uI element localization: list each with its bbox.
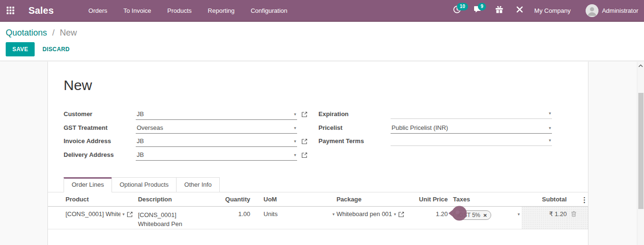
col-actions <box>567 192 581 206</box>
menu-to-invoice[interactable]: To Invoice <box>115 0 159 21</box>
debug-tools-button[interactable] <box>510 0 530 21</box>
user-avatar <box>586 4 598 17</box>
cell-quantity[interactable]: 1.00 <box>218 207 250 229</box>
breadcrumb-separator: / <box>52 28 55 37</box>
scrollbar-thumb[interactable] <box>638 93 644 209</box>
company-switcher[interactable]: My Company <box>530 7 576 14</box>
menu-orders[interactable]: Orders <box>80 0 115 21</box>
product-external-link-icon[interactable] <box>127 211 133 219</box>
menu-products[interactable]: Products <box>159 0 200 21</box>
discard-button[interactable]: DISCARD <box>42 46 69 53</box>
caret-down-icon[interactable]: ▾ <box>294 111 296 118</box>
tax-remove-icon[interactable]: ✕ <box>483 213 487 218</box>
main-menu: Orders To Invoice Products Reporting Con… <box>80 0 295 21</box>
caret-down-icon[interactable]: ▾ <box>122 212 125 217</box>
col-taxes[interactable]: Taxes <box>448 192 522 206</box>
description-value: [CONS_0001] Whiteboard Pen <box>138 210 195 228</box>
tab-order-lines[interactable]: Order Lines <box>64 177 112 192</box>
gst-treatment-label: GST Treatment <box>64 123 136 131</box>
fields-left-column: Customer JB ▾ GST Treatment Overseas ▾ I… <box>64 109 315 163</box>
expiration-input[interactable]: ▾ <box>391 109 552 119</box>
col-unit-price[interactable]: Unit Price <box>413 192 448 206</box>
invoice-address-value: JB <box>137 137 144 145</box>
pricelist-label: Pricelist <box>318 123 391 131</box>
content-area: New Customer JB ▾ GST Treatment Overseas… <box>0 62 637 245</box>
form-action-buttons: SAVE DISCARD <box>6 42 644 56</box>
messages-button[interactable]: 9 <box>467 0 489 21</box>
top-navbar: Sales Orders To Invoice Products Reporti… <box>0 0 644 22</box>
package-external-link-icon[interactable] <box>398 211 404 219</box>
activities-button[interactable]: 10 <box>447 0 467 21</box>
cell-row-end <box>581 207 588 229</box>
subtotal-value: ₹ 1.20 <box>549 210 567 218</box>
chevron-up-icon <box>638 64 643 67</box>
cell-delete <box>567 207 581 229</box>
caret-down-icon[interactable]: ▾ <box>294 125 296 131</box>
messages-badge: 9 <box>478 3 486 10</box>
tab-other-info[interactable]: Other Info <box>176 177 220 192</box>
tax-tag[interactable]: IGST 5% ✕ <box>453 210 492 220</box>
app-title[interactable]: Sales <box>28 5 54 16</box>
cell-description[interactable]: [CONS_0001] Whiteboard Pen <box>138 207 219 229</box>
pricelist-select[interactable]: Public Pricelist (INR) ▾ <box>391 123 552 134</box>
invoice-address-external-link-icon[interactable] <box>301 138 308 146</box>
breadcrumb: Quotations / New <box>0 22 644 38</box>
delivery-address-external-link-icon[interactable] <box>301 152 308 160</box>
user-menu[interactable]: Administrator <box>579 4 638 17</box>
col-quantity[interactable]: Quantity <box>218 192 250 206</box>
col-package[interactable]: Package <box>336 192 413 206</box>
delete-row-trash-icon[interactable] <box>571 211 577 218</box>
delivery-address-input[interactable]: JB ▾ <box>136 150 297 161</box>
payment-terms-label: Payment Terms <box>318 136 391 145</box>
cell-package[interactable]: Whiteboard pen 001 ▾ <box>336 207 413 229</box>
activities-badge: 10 <box>457 3 468 10</box>
tax-tag-label: IGST 5% <box>457 212 480 218</box>
apps-menu-button[interactable] <box>0 0 21 21</box>
menu-configuration[interactable]: Configuration <box>243 0 295 21</box>
col-description[interactable]: Description <box>138 192 219 206</box>
order-lines-table: Product Description Quantity UoM Package… <box>48 192 588 229</box>
col-uom[interactable]: UoM <box>250 192 336 206</box>
record-title: New <box>64 77 92 93</box>
caret-down-icon[interactable]: ▾ <box>394 212 396 217</box>
menu-reporting[interactable]: Reporting <box>200 0 243 21</box>
cell-product[interactable]: [CONS_0001] Whitel ▾ <box>65 207 138 229</box>
field-gst-treatment: GST Treatment Overseas ▾ <box>64 123 315 136</box>
column-options-kebab-icon[interactable]: ⋮ <box>581 196 588 204</box>
navbar-right: 10 9 My Company Administrator <box>447 0 644 21</box>
gift-icon <box>495 5 504 16</box>
caret-down-icon[interactable]: ▾ <box>294 152 296 158</box>
cell-uom[interactable]: Units ▾ <box>250 207 336 229</box>
invoice-address-input[interactable]: JB ▾ <box>136 136 297 147</box>
caret-down-icon[interactable]: ▾ <box>549 137 551 144</box>
cell-unit-price[interactable]: 1.20 <box>413 207 448 229</box>
vertical-scrollbar[interactable] <box>637 62 644 245</box>
field-payment-terms: Payment Terms ▾ <box>318 136 570 150</box>
expiration-label: Expiration <box>318 109 391 118</box>
tab-optional-products[interactable]: Optional Products <box>112 177 177 192</box>
rewards-button[interactable] <box>489 0 510 21</box>
fields-right-column: Expiration ▾ Pricelist Public Pricelist … <box>318 109 570 150</box>
scroll-up-button[interactable] <box>637 62 644 70</box>
col-product[interactable]: Product <box>65 192 138 206</box>
cell-taxes[interactable]: IGST 5% ✕ ▾ <box>448 207 522 229</box>
invoice-address-label: Invoice Address <box>64 136 136 145</box>
customer-external-link-icon[interactable] <box>301 111 308 119</box>
caret-down-icon[interactable]: ▾ <box>294 138 296 145</box>
col-subtotal[interactable]: Subtotal <box>522 192 567 206</box>
payment-terms-select[interactable]: ▾ <box>391 136 552 146</box>
breadcrumb-quotations-link[interactable]: Quotations <box>6 28 47 37</box>
customer-input[interactable]: JB ▾ <box>136 109 297 120</box>
product-value: [CONS_0001] Whitel <box>65 210 121 218</box>
form-sheet: New Customer JB ▾ GST Treatment Overseas… <box>47 62 588 245</box>
order-line-row[interactable]: [CONS_0001] Whitel ▾ [CONS_0001] Whitebo… <box>48 207 588 229</box>
caret-down-icon[interactable]: ▾ <box>549 125 551 131</box>
caret-down-icon[interactable]: ▾ <box>518 212 520 229</box>
caret-down-icon[interactable]: ▾ <box>332 212 335 229</box>
save-button[interactable]: SAVE <box>6 42 35 56</box>
gst-treatment-select[interactable]: Overseas ▾ <box>136 123 297 134</box>
caret-down-icon[interactable]: ▾ <box>549 110 551 117</box>
field-expiration: Expiration ▾ <box>318 109 570 123</box>
control-panel: Quotations / New SAVE DISCARD <box>0 22 644 61</box>
delivery-address-value: JB <box>137 151 144 158</box>
